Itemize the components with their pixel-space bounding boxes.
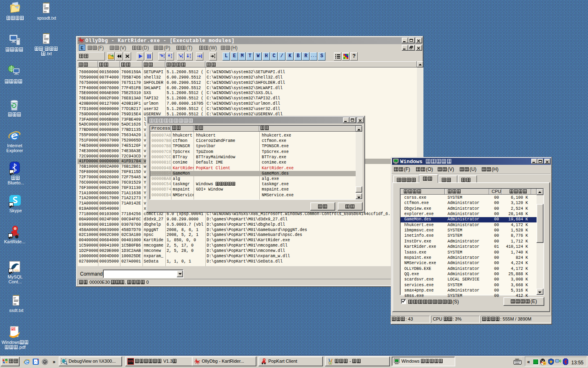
svg-text:PDF: PDF	[11, 328, 17, 330]
svg-text:SQL: SQL	[14, 269, 20, 272]
